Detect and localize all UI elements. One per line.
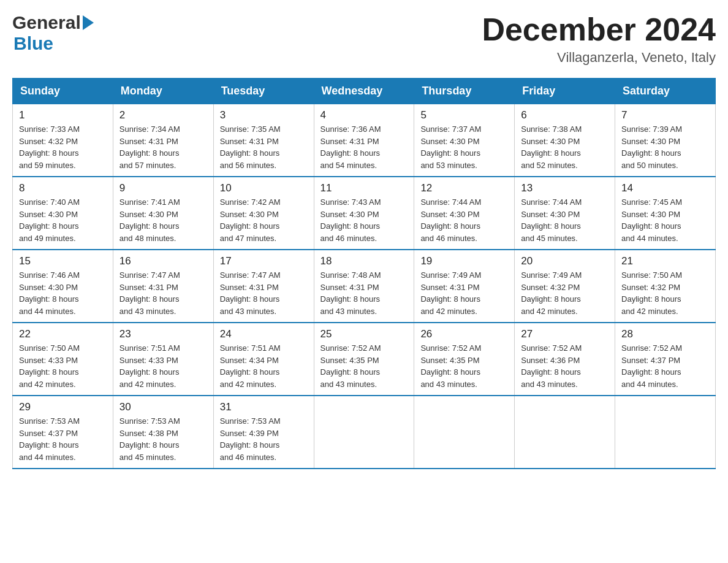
calendar-empty-cell [414, 396, 515, 469]
day-number: 23 [119, 328, 207, 340]
col-header-sunday: Sunday [13, 79, 113, 104]
page-header: General Blue December 2024 Villaganzerla… [12, 12, 716, 66]
calendar-day-24: 24 Sunrise: 7:51 AM Sunset: 4:34 PM Dayl… [213, 323, 314, 396]
day-number: 7 [621, 109, 709, 121]
day-info: Sunrise: 7:43 AM Sunset: 4:30 PM Dayligh… [320, 196, 408, 244]
day-number: 10 [220, 182, 308, 194]
calendar-empty-cell [615, 396, 716, 469]
logo: General Blue [12, 12, 94, 54]
calendar-day-25: 25 Sunrise: 7:52 AM Sunset: 4:35 PM Dayl… [314, 323, 414, 396]
day-info: Sunrise: 7:48 AM Sunset: 4:31 PM Dayligh… [320, 269, 408, 317]
calendar-day-4: 4 Sunrise: 7:36 AM Sunset: 4:31 PM Dayli… [314, 104, 414, 177]
day-number: 13 [521, 182, 609, 194]
calendar-week-5: 29 Sunrise: 7:53 AM Sunset: 4:37 PM Dayl… [13, 396, 716, 469]
col-header-wednesday: Wednesday [314, 79, 414, 104]
calendar-empty-cell [314, 396, 414, 469]
calendar-day-12: 12 Sunrise: 7:44 AM Sunset: 4:30 PM Dayl… [414, 177, 515, 250]
day-info: Sunrise: 7:36 AM Sunset: 4:31 PM Dayligh… [320, 123, 408, 171]
col-header-thursday: Thursday [414, 79, 515, 104]
day-info: Sunrise: 7:47 AM Sunset: 4:31 PM Dayligh… [220, 269, 308, 317]
day-number: 24 [220, 328, 308, 340]
day-number: 22 [19, 328, 107, 340]
day-info: Sunrise: 7:42 AM Sunset: 4:30 PM Dayligh… [220, 196, 308, 244]
calendar-day-21: 21 Sunrise: 7:50 AM Sunset: 4:32 PM Dayl… [615, 250, 716, 323]
calendar-week-1: 1 Sunrise: 7:33 AM Sunset: 4:32 PM Dayli… [13, 104, 716, 177]
day-info: Sunrise: 7:47 AM Sunset: 4:31 PM Dayligh… [119, 269, 207, 317]
calendar-day-22: 22 Sunrise: 7:50 AM Sunset: 4:33 PM Dayl… [13, 323, 113, 396]
day-info: Sunrise: 7:50 AM Sunset: 4:33 PM Dayligh… [19, 342, 107, 390]
day-number: 17 [220, 255, 308, 267]
calendar-empty-cell [515, 396, 615, 469]
day-info: Sunrise: 7:49 AM Sunset: 4:31 PM Dayligh… [420, 269, 508, 317]
calendar-day-10: 10 Sunrise: 7:42 AM Sunset: 4:30 PM Dayl… [213, 177, 314, 250]
day-info: Sunrise: 7:35 AM Sunset: 4:31 PM Dayligh… [220, 123, 308, 171]
calendar-day-2: 2 Sunrise: 7:34 AM Sunset: 4:31 PM Dayli… [113, 104, 213, 177]
calendar-day-15: 15 Sunrise: 7:46 AM Sunset: 4:30 PM Dayl… [13, 250, 113, 323]
calendar-day-27: 27 Sunrise: 7:52 AM Sunset: 4:36 PM Dayl… [515, 323, 615, 396]
calendar-week-2: 8 Sunrise: 7:40 AM Sunset: 4:30 PM Dayli… [13, 177, 716, 250]
day-info: Sunrise: 7:52 AM Sunset: 4:35 PM Dayligh… [320, 342, 408, 390]
calendar-day-28: 28 Sunrise: 7:52 AM Sunset: 4:37 PM Dayl… [615, 323, 716, 396]
day-number: 12 [420, 182, 508, 194]
day-info: Sunrise: 7:52 AM Sunset: 4:37 PM Dayligh… [621, 342, 709, 390]
day-info: Sunrise: 7:44 AM Sunset: 4:30 PM Dayligh… [521, 196, 609, 244]
calendar-day-1: 1 Sunrise: 7:33 AM Sunset: 4:32 PM Dayli… [13, 104, 113, 177]
calendar-day-8: 8 Sunrise: 7:40 AM Sunset: 4:30 PM Dayli… [13, 177, 113, 250]
day-number: 20 [521, 255, 609, 267]
calendar-day-23: 23 Sunrise: 7:51 AM Sunset: 4:33 PM Dayl… [113, 323, 213, 396]
logo-arrow-icon [83, 15, 94, 30]
day-number: 3 [220, 109, 308, 121]
day-number: 14 [621, 182, 709, 194]
calendar-table: SundayMondayTuesdayWednesdayThursdayFrid… [12, 78, 716, 469]
calendar-day-17: 17 Sunrise: 7:47 AM Sunset: 4:31 PM Dayl… [213, 250, 314, 323]
calendar-day-7: 7 Sunrise: 7:39 AM Sunset: 4:30 PM Dayli… [615, 104, 716, 177]
calendar-day-31: 31 Sunrise: 7:53 AM Sunset: 4:39 PM Dayl… [213, 396, 314, 469]
col-header-tuesday: Tuesday [213, 79, 314, 104]
day-info: Sunrise: 7:50 AM Sunset: 4:32 PM Dayligh… [621, 269, 709, 317]
day-number: 25 [320, 328, 408, 340]
day-info: Sunrise: 7:41 AM Sunset: 4:30 PM Dayligh… [119, 196, 207, 244]
day-number: 6 [521, 109, 609, 121]
calendar-day-19: 19 Sunrise: 7:49 AM Sunset: 4:31 PM Dayl… [414, 250, 515, 323]
day-info: Sunrise: 7:51 AM Sunset: 4:33 PM Dayligh… [119, 342, 207, 390]
logo-general: General [12, 12, 81, 33]
day-number: 5 [420, 109, 508, 121]
day-info: Sunrise: 7:52 AM Sunset: 4:35 PM Dayligh… [420, 342, 508, 390]
calendar-day-9: 9 Sunrise: 7:41 AM Sunset: 4:30 PM Dayli… [113, 177, 213, 250]
day-info: Sunrise: 7:52 AM Sunset: 4:36 PM Dayligh… [521, 342, 609, 390]
day-info: Sunrise: 7:44 AM Sunset: 4:30 PM Dayligh… [420, 196, 508, 244]
day-number: 15 [19, 255, 107, 267]
day-info: Sunrise: 7:33 AM Sunset: 4:32 PM Dayligh… [19, 123, 107, 171]
calendar-day-30: 30 Sunrise: 7:53 AM Sunset: 4:38 PM Dayl… [113, 396, 213, 469]
calendar-week-4: 22 Sunrise: 7:50 AM Sunset: 4:33 PM Dayl… [13, 323, 716, 396]
day-number: 19 [420, 255, 508, 267]
day-info: Sunrise: 7:49 AM Sunset: 4:32 PM Dayligh… [521, 269, 609, 317]
calendar-day-14: 14 Sunrise: 7:45 AM Sunset: 4:30 PM Dayl… [615, 177, 716, 250]
calendar-day-3: 3 Sunrise: 7:35 AM Sunset: 4:31 PM Dayli… [213, 104, 314, 177]
day-info: Sunrise: 7:38 AM Sunset: 4:30 PM Dayligh… [521, 123, 609, 171]
calendar-week-3: 15 Sunrise: 7:46 AM Sunset: 4:30 PM Dayl… [13, 250, 716, 323]
day-number: 8 [19, 182, 107, 194]
day-info: Sunrise: 7:45 AM Sunset: 4:30 PM Dayligh… [621, 196, 709, 244]
location-subtitle: Villaganzerla, Veneto, Italy [482, 50, 716, 66]
col-header-monday: Monday [113, 79, 213, 104]
day-number: 9 [119, 182, 207, 194]
col-header-friday: Friday [515, 79, 615, 104]
day-number: 11 [320, 182, 408, 194]
day-number: 4 [320, 109, 408, 121]
calendar-day-11: 11 Sunrise: 7:43 AM Sunset: 4:30 PM Dayl… [314, 177, 414, 250]
calendar-day-16: 16 Sunrise: 7:47 AM Sunset: 4:31 PM Dayl… [113, 250, 213, 323]
day-number: 28 [621, 328, 709, 340]
calendar-day-18: 18 Sunrise: 7:48 AM Sunset: 4:31 PM Dayl… [314, 250, 414, 323]
calendar-header-row: SundayMondayTuesdayWednesdayThursdayFrid… [13, 79, 716, 104]
day-info: Sunrise: 7:34 AM Sunset: 4:31 PM Dayligh… [119, 123, 207, 171]
calendar-day-5: 5 Sunrise: 7:37 AM Sunset: 4:30 PM Dayli… [414, 104, 515, 177]
day-number: 16 [119, 255, 207, 267]
day-info: Sunrise: 7:46 AM Sunset: 4:30 PM Dayligh… [19, 269, 107, 317]
day-number: 21 [621, 255, 709, 267]
day-number: 29 [19, 401, 107, 413]
calendar-day-6: 6 Sunrise: 7:38 AM Sunset: 4:30 PM Dayli… [515, 104, 615, 177]
day-info: Sunrise: 7:53 AM Sunset: 4:37 PM Dayligh… [19, 415, 107, 463]
col-header-saturday: Saturday [615, 79, 716, 104]
day-info: Sunrise: 7:53 AM Sunset: 4:39 PM Dayligh… [220, 415, 308, 463]
